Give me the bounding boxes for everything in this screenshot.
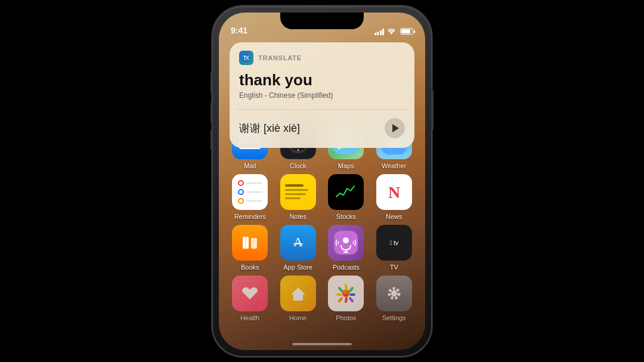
appstore-label: App Store xyxy=(283,264,312,271)
widget-app-name: TRANSLATE xyxy=(258,54,302,61)
app-item-appstore[interactable]: A App Store xyxy=(277,225,320,271)
svg-rect-25 xyxy=(334,180,358,204)
app-item-podcasts[interactable]: Podcasts xyxy=(324,225,367,271)
svg-point-0 xyxy=(391,33,392,35)
app-item-home[interactable]: Home xyxy=(277,276,320,321)
widget-language-pair: English - Chinese (Simplified) xyxy=(239,91,405,100)
wifi-icon xyxy=(387,28,396,35)
home-icon[interactable] xyxy=(280,276,316,311)
svg-text:A: A xyxy=(293,234,303,249)
stocks-label: Stocks xyxy=(336,213,356,220)
mail-label: Mail xyxy=(244,162,256,169)
tv-icon[interactable]:  tv xyxy=(376,225,412,261)
app-grid: Mail xyxy=(219,123,425,326)
weather-label: Weather xyxy=(382,162,406,169)
home-graphic xyxy=(289,284,308,303)
appstore-graphic: A xyxy=(287,232,309,253)
app-item-stocks[interactable]: Stocks xyxy=(324,174,367,220)
signal-icon xyxy=(374,28,385,35)
stocks-icon[interactable] xyxy=(328,174,364,210)
notch xyxy=(280,13,364,29)
widget-translation-row: 谢谢 [xiè xiè] xyxy=(239,118,405,138)
widget-source-text: thank you xyxy=(239,71,405,89)
widget-header: TRANSLATE xyxy=(239,51,405,65)
books-icon[interactable] xyxy=(232,225,268,261)
books-label: Books xyxy=(241,264,259,271)
health-label: Health xyxy=(240,314,259,321)
health-icon[interactable] xyxy=(232,276,268,311)
reminders-graphic xyxy=(233,175,267,209)
podcasts-label: Podcasts xyxy=(333,264,360,271)
stocks-graphic xyxy=(334,180,358,204)
translate-app-icon xyxy=(239,51,253,65)
notes-label: Notes xyxy=(289,213,306,220)
phone-body: 9:41 xyxy=(212,5,432,357)
svg-rect-29 xyxy=(251,238,257,249)
photos-icon[interactable] xyxy=(328,276,364,311)
iphone-device: 9:41 xyxy=(212,5,432,357)
app-item-settings[interactable]: Settings xyxy=(373,276,416,321)
news-icon[interactable]: N xyxy=(376,174,412,210)
home-indicator xyxy=(292,343,352,345)
settings-icon[interactable] xyxy=(376,276,412,311)
photos-graphic xyxy=(335,282,357,305)
app-item-reminders[interactable]: Reminders xyxy=(228,174,271,220)
app-item-notes[interactable]: Notes xyxy=(277,174,320,220)
podcasts-graphic xyxy=(334,231,358,255)
app-item-news[interactable]: N News xyxy=(373,174,416,220)
podcasts-icon[interactable] xyxy=(328,225,364,261)
books-graphic xyxy=(239,232,261,253)
photos-label: Photos xyxy=(336,314,356,321)
status-time: 9:41 xyxy=(231,26,247,35)
svg-text:N: N xyxy=(388,183,400,202)
translate-widget[interactable]: TRANSLATE thank you English - Chinese (S… xyxy=(230,42,414,148)
news-graphic: N xyxy=(382,180,406,204)
appstore-icon[interactable]: A xyxy=(280,225,316,261)
clock-label: Clock xyxy=(290,162,306,169)
app-item-health[interactable]: Health xyxy=(228,276,271,321)
app-item-tv[interactable]:  tv TV xyxy=(373,225,416,271)
app-row-2: Reminders Notes xyxy=(226,174,418,220)
settings-graphic xyxy=(384,283,404,304)
svg-point-1 xyxy=(242,54,250,62)
app-item-books[interactable]: Books xyxy=(228,225,271,271)
health-graphic xyxy=(240,284,259,303)
play-triangle-icon xyxy=(392,124,399,132)
notes-icon[interactable] xyxy=(280,174,316,210)
battery-icon xyxy=(400,28,413,35)
app-item-photos[interactable]: Photos xyxy=(324,276,367,321)
widget-divider xyxy=(237,109,407,110)
news-label: News xyxy=(386,213,402,220)
phone-screen: 9:41 xyxy=(219,13,425,350)
reminders-icon[interactable] xyxy=(232,174,268,210)
tv-graphic:  tv xyxy=(390,225,398,261)
reminders-label: Reminders xyxy=(234,213,266,220)
app-row-3: Books A App Store xyxy=(226,225,418,271)
maps-label: Maps xyxy=(338,162,354,169)
app-row-4: Health Home xyxy=(226,276,418,321)
widget-translated-text: 谢谢 [xiè xiè] xyxy=(239,121,300,135)
widget-play-button[interactable] xyxy=(385,118,405,138)
status-icons xyxy=(374,28,414,35)
svg-point-38 xyxy=(391,290,397,296)
tv-label: TV xyxy=(390,264,398,271)
svg-point-34 xyxy=(343,237,349,243)
notes-graphic xyxy=(280,178,316,205)
home-label: Home xyxy=(289,314,306,321)
settings-label: Settings xyxy=(382,314,406,321)
